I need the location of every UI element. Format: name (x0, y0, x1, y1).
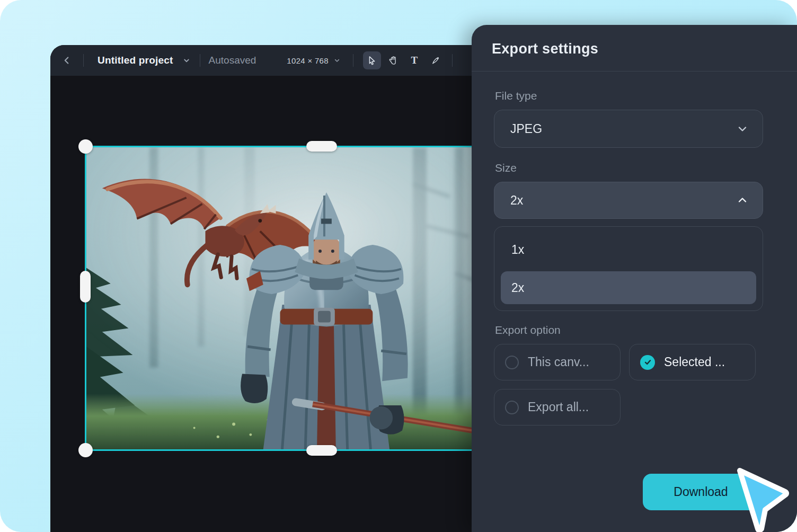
size-option-2x[interactable]: 2x (501, 271, 756, 304)
export-settings-panel: Export settings File type JPEG Size 2x (472, 25, 797, 532)
toolbar-divider (83, 54, 84, 67)
size-options-list: 1x 2x (494, 226, 763, 311)
file-type-label: File type (495, 90, 763, 102)
export-option-selected[interactable]: Selected ... (629, 344, 756, 380)
size-select[interactable]: 2x (494, 182, 763, 219)
selection-handle-top-center[interactable] (306, 141, 337, 152)
export-option-selected-label: Selected ... (664, 355, 725, 369)
toolbar-divider (200, 54, 200, 67)
radio-icon (505, 401, 519, 414)
back-button[interactable] (58, 51, 76, 69)
radio-icon (505, 356, 519, 369)
autosave-status: Autosaved (209, 55, 256, 66)
check-icon (640, 355, 655, 370)
size-value: 2x (510, 193, 523, 208)
panel-title: Export settings (492, 41, 776, 57)
size-label: Size (495, 162, 763, 174)
chevron-left-icon (61, 55, 73, 66)
pen-tool-button[interactable] (427, 51, 445, 69)
export-option-this-canvas-label: This canv... (528, 355, 589, 369)
toolbar-divider (452, 54, 453, 67)
file-type-value: JPEG (510, 122, 542, 136)
text-tool-button[interactable]: T (405, 51, 423, 69)
size-option-1x[interactable]: 1x (501, 233, 756, 266)
hand-tool-icon (388, 55, 398, 66)
select-tool-button[interactable] (363, 51, 381, 69)
page-background: Untitled project Autosaved 1024 × 768 (0, 0, 797, 532)
export-option-export-all-label: Export all... (528, 400, 589, 414)
selection-handle-bottom-left[interactable] (78, 443, 93, 457)
chevron-down-icon[interactable] (333, 56, 341, 65)
pen-tool-icon (430, 55, 441, 66)
selection-handle-top-left[interactable] (78, 139, 93, 154)
chevron-down-icon (736, 122, 749, 135)
hand-tool-button[interactable] (384, 51, 402, 69)
export-option-this-canvas[interactable]: This canv... (494, 344, 621, 380)
chevron-up-icon (736, 194, 749, 207)
cursor-tool-icon (367, 55, 377, 66)
export-option-label: Export option (495, 324, 763, 336)
selection-handle-bottom-center[interactable] (306, 445, 337, 456)
export-option-export-all[interactable]: Export all... (494, 389, 621, 425)
toolbar-divider (353, 54, 353, 67)
chevron-down-icon[interactable] (182, 56, 191, 65)
canvas-size-value[interactable]: 1024 × 768 (287, 56, 329, 65)
project-title[interactable]: Untitled project (98, 55, 173, 66)
text-tool-icon: T (411, 55, 418, 66)
pointer-cursor-icon (728, 466, 793, 532)
file-type-select[interactable]: JPEG (494, 110, 763, 148)
export-option-group: This canv... Selected ... Export all... (494, 344, 759, 425)
selection-handle-left-middle[interactable] (80, 271, 91, 303)
